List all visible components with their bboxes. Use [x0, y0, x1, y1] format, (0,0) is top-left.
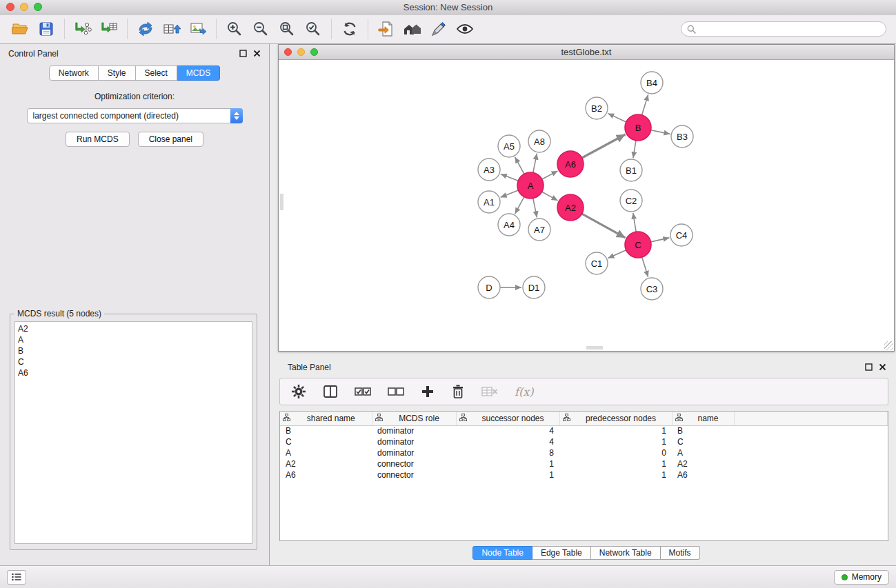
delete-table-button[interactable] [481, 385, 498, 398]
edge-A-A4[interactable] [515, 197, 524, 214]
zoom-selected-button[interactable] [300, 17, 326, 41]
edge-B-B2[interactable] [608, 114, 626, 122]
export-document-button[interactable] [373, 17, 399, 41]
save-session-button[interactable] [33, 17, 59, 41]
table-cell[interactable]: 0 [559, 447, 672, 458]
column-header-successor-nodes[interactable]: successor nodes [456, 412, 559, 425]
tab-node-table[interactable]: Node Table [472, 546, 532, 560]
node-C2[interactable]: C2 [620, 190, 642, 212]
close-window-button[interactable] [6, 3, 14, 11]
edge-C-C3[interactable] [642, 257, 648, 277]
table-settings-button[interactable] [291, 384, 306, 399]
optimization-dropdown[interactable]: largest connected component (directed) [27, 108, 243, 123]
zoom-window-button[interactable] [34, 3, 42, 11]
edge-A2-C[interactable] [582, 214, 626, 238]
node-table[interactable]: shared nameMCDS rolesuccessor nodesprede… [279, 411, 888, 541]
network-canvas[interactable]: B4B2BB3A5A8A6B1A3AC2A1A2A4A7C4CC1DD1C3 [279, 60, 894, 351]
export-image-button[interactable] [185, 17, 211, 41]
edge-A6-B[interactable] [582, 134, 626, 158]
edge-B-B1[interactable] [633, 141, 636, 158]
table-cell[interactable]: 1 [559, 469, 672, 480]
search-input[interactable] [699, 24, 880, 34]
table-cell[interactable]: connector [372, 458, 456, 469]
node-A8[interactable]: A8 [528, 130, 550, 152]
mcds-result-list[interactable]: A2ABCA6 [14, 321, 252, 544]
table-cell[interactable]: C [280, 436, 372, 447]
memory-button[interactable]: Memory [834, 570, 889, 585]
tab-edge-table[interactable]: Edge Table [532, 546, 591, 560]
run-mcds-button[interactable]: Run MCDS [66, 132, 130, 147]
node-A2[interactable]: A2 [557, 194, 584, 221]
table-cell[interactable]: 1 [456, 469, 559, 480]
add-column-button[interactable] [421, 385, 435, 398]
table-cell[interactable]: 1 [559, 436, 672, 447]
table-cell[interactable]: 1 [559, 458, 672, 469]
show-columns-button[interactable] [323, 385, 338, 398]
node-A1[interactable]: A1 [478, 191, 500, 213]
canvas-left-scroll-indicator[interactable] [280, 194, 283, 210]
result-item[interactable]: A2 [15, 323, 252, 334]
edge-B-B4[interactable] [642, 94, 648, 115]
table-row[interactable]: A6connector11A6 [280, 469, 888, 480]
delete-column-button[interactable] [451, 384, 465, 399]
table-row[interactable]: Adominator80A [280, 447, 888, 458]
close-panel-icon[interactable] [253, 50, 261, 57]
close-table-panel-icon[interactable] [879, 363, 886, 371]
minimize-network-window-button[interactable] [297, 48, 305, 56]
table-cell[interactable]: 1 [456, 458, 559, 469]
column-header-shared-name[interactable]: shared name [280, 412, 372, 425]
node-C4[interactable]: C4 [670, 224, 693, 246]
table-cell[interactable]: dominator [372, 425, 456, 436]
search-field[interactable] [681, 21, 886, 37]
tab-mcds[interactable]: MCDS [177, 65, 220, 81]
table-cell[interactable]: C [672, 436, 734, 447]
node-B2[interactable]: B2 [586, 97, 608, 119]
import-network-button[interactable] [70, 17, 96, 41]
tab-select[interactable]: Select [136, 65, 177, 81]
edge-A-A6[interactable] [542, 171, 558, 179]
tab-style[interactable]: Style [99, 65, 136, 81]
column-header-predecessor-nodes[interactable]: predecessor nodes [559, 412, 672, 425]
float-panel-icon[interactable] [239, 50, 247, 57]
open-file-button[interactable] [7, 17, 33, 41]
table-cell[interactable]: 4 [456, 436, 559, 447]
node-B3[interactable]: B3 [671, 125, 693, 148]
node-D[interactable]: D [478, 276, 500, 298]
table-cell[interactable]: A6 [280, 469, 372, 480]
minimize-window-button[interactable] [20, 3, 28, 11]
table-row[interactable]: Cdominator41C [280, 436, 888, 447]
node-A5[interactable]: A5 [498, 135, 520, 157]
edge-C-C1[interactable] [608, 250, 626, 258]
zoom-fit-button[interactable] [274, 17, 300, 41]
table-cell[interactable]: dominator [372, 447, 456, 458]
node-A[interactable]: A [517, 172, 544, 199]
zoom-out-button[interactable] [248, 17, 274, 41]
zoom-network-window-button[interactable] [310, 48, 318, 56]
node-C3[interactable]: C3 [641, 278, 663, 300]
node-A7[interactable]: A7 [528, 219, 550, 241]
network-graph[interactable]: B4B2BB3A5A8A6B1A3AC2A1A2A4A7C4CC1DD1C3 [279, 60, 892, 351]
table-cell[interactable]: B [672, 425, 734, 436]
column-header-name[interactable]: name [672, 412, 734, 425]
table-cell[interactable]: A [672, 447, 734, 458]
float-table-panel-icon[interactable] [865, 363, 873, 371]
deselect-all-button[interactable] [388, 387, 404, 396]
table-cell[interactable]: A [280, 447, 372, 458]
result-item[interactable]: B [15, 345, 252, 356]
edge-A-A5[interactable] [515, 157, 524, 174]
edge-C-C2[interactable] [633, 213, 636, 232]
show-graphics-button[interactable] [452, 17, 478, 41]
edge-B-B3[interactable] [651, 130, 670, 134]
function-builder-button[interactable]: f(x) [515, 385, 533, 398]
canvas-bottom-scroll-indicator[interactable] [586, 346, 603, 349]
table-cell[interactable]: 1 [559, 425, 672, 436]
node-A4[interactable]: A4 [498, 214, 520, 236]
edge-A-A3[interactable] [501, 174, 519, 181]
node-B4[interactable]: B4 [641, 72, 663, 94]
zoom-in-button[interactable] [221, 17, 248, 41]
result-item[interactable]: A6 [15, 367, 252, 378]
table-row[interactable]: Bdominator41B [280, 425, 888, 436]
tab-network[interactable]: Network [49, 65, 99, 81]
node-B[interactable]: B [625, 114, 651, 141]
edge-C-C4[interactable] [651, 238, 670, 242]
